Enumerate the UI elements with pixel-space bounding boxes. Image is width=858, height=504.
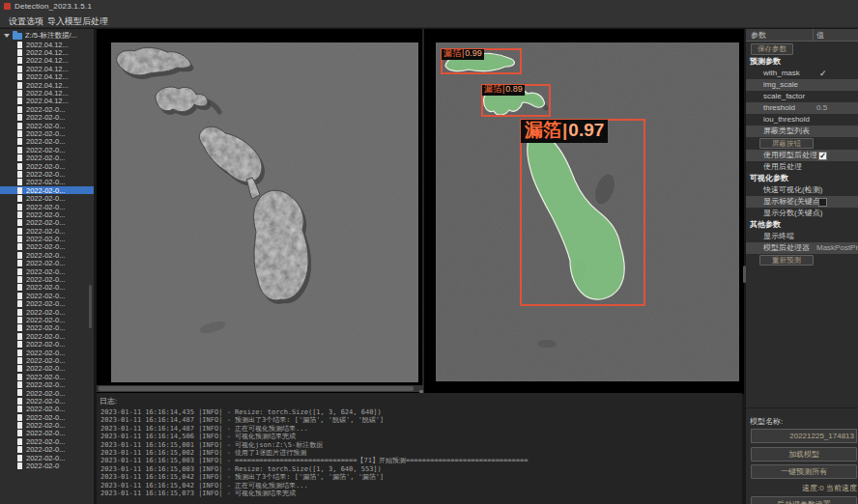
log-line: 2023-01-11 16:16:15,001 |INFO| - 可视化json…: [97, 441, 742, 449]
detection-label-2: 漏箔|0.89: [482, 85, 525, 96]
save-params-button[interactable]: 保存参数: [751, 43, 793, 55]
param-row[interactable]: with_mask✓: [746, 68, 858, 79]
log-line: 2023-01-11 16:16:15,073 |INFO| - 可视化预测结果…: [97, 490, 742, 497]
param-label: 模型后处理器: [763, 242, 810, 254]
param-row[interactable]: threshold0.5: [746, 102, 858, 114]
original-image-view[interactable]: [111, 42, 418, 382]
file-icon: [17, 374, 22, 380]
file-icon: [17, 284, 22, 291]
params-rows: 预测参数with_mask✓img_scalescale_factorthres…: [746, 56, 858, 266]
file-icon: [17, 350, 22, 356]
prediction-image-view[interactable]: 漏箔|0.99 漏箔|0.89 漏箔|0.97: [436, 42, 739, 381]
file-tree-panel: Z:/5-标注数据/... 2022.04.12...2022.04.12...…: [0, 29, 94, 504]
params-header-divider: [813, 29, 814, 42]
chevron-down-icon[interactable]: [4, 34, 10, 38]
tree-scrollbar[interactable]: [89, 285, 92, 328]
param-row[interactable]: 快速可视化(检测): [746, 184, 858, 196]
mask-toggle-button[interactable]: 屏蔽按钮: [759, 138, 814, 149]
predict-all-button[interactable]: 一键预测所有: [751, 464, 857, 479]
file-icon: [17, 130, 22, 137]
log-line: 2023-01-11 16:16:15,003 |INFO| - Resize:…: [97, 465, 742, 473]
param-row[interactable]: 使用后处理: [746, 161, 858, 173]
file-icon: [17, 49, 22, 56]
file-icon: [17, 243, 22, 250]
param-checkbox[interactable]: [818, 198, 827, 207]
param-label: img_scale: [763, 79, 798, 91]
tree-root-item[interactable]: Z:/5-标注数据/...: [0, 31, 94, 41]
file-icon: [17, 438, 22, 445]
param-label: iou_threshold: [763, 114, 810, 126]
postprocess-settings-button[interactable]: 后处理参数设置: [751, 496, 857, 504]
param-row[interactable]: 模型后处理器MaskPostPro: [746, 242, 858, 254]
param-row[interactable]: 显示终端: [746, 231, 858, 242]
tree-root-label: Z:/5-标注数据/...: [25, 31, 77, 41]
file-icon: [17, 163, 22, 170]
file-icon: [17, 422, 22, 429]
menu-bar: 设置选项 导入模型后处理: [0, 13, 858, 28]
window-title: Detection_2023.1.5.1: [14, 2, 92, 11]
repredict-button[interactable]: 重新预测: [759, 255, 814, 266]
file-icon: [17, 365, 22, 372]
tree-item[interactable]: 2022-02-0: [0, 462, 94, 469]
param-row[interactable]: scale_factor: [746, 91, 858, 102]
detection-label-3: 漏箔|0.97: [521, 120, 608, 143]
app-window: Detection_2023.1.5.1 设置选项 导入模型后处理 Z:/5-标…: [0, 0, 858, 504]
file-icon: [17, 381, 22, 388]
file-icon: [17, 82, 22, 89]
log-line: 2023-01-11 16:16:15,002 |INFO| - 使用了1张图片…: [97, 449, 742, 457]
horizontal-scrollbar-thumb[interactable]: [99, 386, 414, 391]
param-row[interactable]: 显示分数(关键点): [746, 208, 858, 219]
app-icon: [4, 3, 11, 10]
log-line: 2023-01-11 16:16:15,003 |INFO| - =======…: [97, 457, 742, 464]
model-name-label: 模型名称:: [750, 416, 783, 427]
file-icon: [17, 252, 22, 259]
params-button-row: 重新预测: [746, 254, 858, 266]
param-label: 屏蔽类型列表: [763, 126, 810, 137]
title-bar: Detection_2023.1.5.1: [0, 0, 858, 13]
param-label: 显示分数(关键点): [763, 208, 822, 219]
file-icon: [17, 300, 22, 307]
file-icon: [17, 446, 22, 453]
file-tree-list: 2022.04.12...2022.04.12...2022.04.12...2…: [0, 41, 94, 470]
params-header-value: 值: [816, 30, 824, 41]
canvas-divider[interactable]: [422, 29, 424, 394]
file-icon: [17, 211, 22, 218]
log-line: 2023-01-11 16:16:14,487 |INFO| - 预测出了3个结…: [97, 416, 742, 424]
param-label: 显示终端: [763, 231, 794, 242]
params-section-title: 预测参数: [746, 56, 858, 68]
param-value[interactable]: MaskPostPro: [816, 242, 858, 254]
param-checkbox[interactable]: ✓: [818, 152, 827, 160]
log-line: 2023-01-11 16:16:15,042 |INFO| - 正在可视化预测…: [97, 482, 742, 490]
log-panel[interactable]: 日志: 2023-01-11 16:16:14,435 |INFO| - Res…: [97, 393, 742, 504]
file-tree-viewport: Z:/5-标注数据/... 2022.04.12...2022.04.12...…: [0, 31, 94, 501]
file-icon: [17, 398, 22, 405]
param-value[interactable]: 0.5: [816, 102, 827, 114]
file-icon: [17, 406, 22, 412]
param-row[interactable]: 使用模型后处理✓: [746, 150, 858, 161]
detection-label-1: 漏箔|0.99: [442, 49, 484, 60]
file-icon: [17, 357, 22, 364]
params-header-name: 参数: [751, 30, 766, 41]
file-icon: [17, 268, 22, 275]
model-section: 模型名称: 20221225_174813 加载模型 一键预测所有 速度:0 当…: [746, 407, 858, 504]
file-icon: [17, 462, 22, 469]
file-icon: [17, 98, 22, 104]
param-row[interactable]: img_scale: [746, 79, 858, 91]
file-icon: [17, 430, 22, 436]
param-row[interactable]: 显示标签(关键点): [746, 196, 858, 208]
file-icon: [17, 195, 22, 202]
file-icon: [17, 317, 22, 323]
folder-icon: [13, 33, 22, 40]
horizontal-scrollbar[interactable]: [97, 385, 423, 392]
file-icon: [17, 138, 22, 145]
param-row[interactable]: iou_threshold: [746, 114, 858, 126]
check-icon: ✓: [819, 68, 827, 79]
menu-item-settings[interactable]: 设置选项: [6, 14, 46, 29]
file-icon: [17, 324, 22, 331]
model-name-field[interactable]: 20221225_174813: [751, 429, 857, 443]
param-row[interactable]: 屏蔽类型列表: [746, 126, 858, 137]
load-model-button[interactable]: 加载模型: [751, 447, 857, 462]
image-canvas-area: 漏箔|0.99 漏箔|0.89 漏箔|0.97: [97, 29, 744, 394]
file-icon: [17, 309, 22, 316]
menu-item-import-model-postprocess[interactable]: 导入模型后处理: [44, 14, 111, 29]
